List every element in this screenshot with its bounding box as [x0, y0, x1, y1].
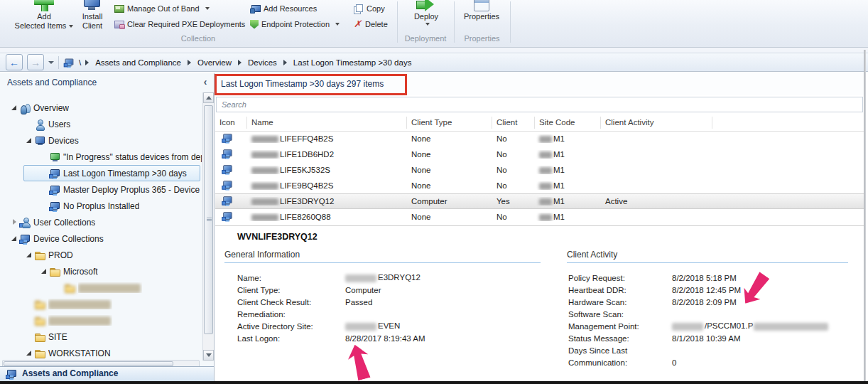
column-header-client[interactable]: Client	[492, 117, 535, 129]
sidebar-item-redacted[interactable]	[0, 279, 202, 296]
table-row-life8260q88[interactable]: LIFE8260Q88NoneNoM1	[215, 209, 864, 225]
clear-required-pxe-deployments-button[interactable]: Clear Required PXE Deployments	[114, 18, 245, 31]
redacted-text	[539, 151, 552, 159]
table-row-life5kj532s[interactable]: LIFE5KJ532SNoneNoM1	[215, 162, 864, 178]
sidebar-item-prod[interactable]: PROD	[0, 247, 202, 263]
detail-field-label: Client Type:	[237, 286, 345, 294]
detail-field-software-scan: Software Scan:	[568, 308, 848, 320]
window-right-edge	[864, 50, 866, 381]
row-icon-cell	[215, 132, 247, 145]
cubes-icon	[49, 174, 53, 178]
add-resources-button[interactable]: Add Resources	[250, 2, 317, 15]
search-input[interactable]: Search	[216, 97, 863, 112]
redacted-text	[539, 136, 552, 143]
expander-open-icon[interactable]	[10, 103, 19, 112]
sidebar-item-microsoft[interactable]: Microsoft	[0, 263, 202, 279]
table-row-lifeffq4b2s[interactable]: LIFEFFQ4B2SNoneNoM1	[215, 131, 864, 146]
collapse-pane-button[interactable]: ‹	[200, 73, 210, 92]
button-label: Selected Items	[15, 21, 74, 31]
sidebar-item-redacted[interactable]	[0, 312, 202, 329]
manage-out-of-band-button[interactable]: Manage Out of Band	[114, 2, 210, 15]
sidebar-item-master-deploy-proplus-365-device-base[interactable]: Master Deploy Proplus 365 - Device Base	[0, 181, 202, 198]
scroll-down-button[interactable]	[203, 350, 214, 361]
sidebar-item-last-logon-timestamp-30-days[interactable]: Last Logon Timestamp >30 days	[0, 165, 202, 181]
breadcrumb-root[interactable]: \	[79, 58, 81, 67]
row-client-type-cell: None	[407, 181, 492, 190]
breadcrumb-item-assets-and-compliance[interactable]: Assets and Compliance	[95, 58, 181, 67]
row-name-cell: LIFE8260Q88	[247, 213, 407, 221]
breadcrumb-item-last-logon-timestamp-30-days[interactable]: Last Logon Timestamp >30 days	[293, 58, 412, 67]
detail-field-client-type: Client Type:Computer	[237, 284, 541, 296]
device-name: LIFEFFQ4B2S	[280, 134, 333, 143]
row-icon-cell	[215, 210, 247, 223]
redacted-text	[251, 198, 278, 206]
scrollbar-thumb[interactable]	[204, 105, 213, 334]
shield-icon	[250, 20, 259, 29]
detail-field-communication: Communication:0	[568, 356, 848, 368]
tree-item-label: Device Collections	[33, 234, 104, 244]
column-header-client-type[interactable]: Client Type	[407, 117, 492, 129]
scroll-up-button[interactable]	[203, 92, 214, 103]
expander-open-icon[interactable]	[25, 348, 34, 358]
button-label: Clear Required PXE Deployments	[127, 20, 245, 28]
deploy-button[interactable]: Deploy	[400, 0, 452, 33]
sidebar-item-site[interactable]: SITE	[0, 329, 202, 345]
history-dropdown-icon[interactable]	[48, 61, 54, 64]
column-header-icon[interactable]: Icon	[215, 117, 247, 129]
folder-icon	[34, 331, 45, 343]
sidebar-item-redacted[interactable]	[0, 296, 202, 312]
row-client-cell: No	[492, 134, 535, 143]
workspace-button-assets-and-compliance[interactable]: Assets and Compliance	[0, 366, 214, 381]
sidebar-item-overview[interactable]: Overview	[0, 100, 202, 116]
breadcrumb-separator-icon	[85, 60, 89, 65]
scrollbar-thumb[interactable]	[4, 361, 173, 366]
expander-open-icon[interactable]	[25, 250, 34, 260]
delete-x-icon: ✗	[353, 19, 362, 29]
column-header-site-code[interactable]: Site Code	[535, 117, 601, 129]
expander-closed-icon[interactable]	[10, 218, 19, 227]
redacted-text	[539, 183, 552, 190]
add-selected-items-button[interactable]: Add Selected Items	[10, 0, 78, 33]
column-header-name[interactable]: Name	[247, 117, 407, 129]
copy-button[interactable]: Copy	[353, 2, 385, 15]
column-header-client-activity[interactable]: Client Activity	[601, 117, 712, 129]
collection-icon	[19, 233, 31, 245]
tree-item-label	[78, 282, 142, 292]
device-icon	[222, 195, 232, 206]
endpoint-protection-button[interactable]: Endpoint Protection	[250, 18, 340, 31]
back-button[interactable]: ←	[6, 54, 23, 70]
delete-button[interactable]: ✗ Delete	[353, 18, 388, 31]
device-icon	[222, 148, 232, 159]
sidebar-item-user-collections[interactable]: User Collections	[0, 214, 202, 230]
table-row-life1db6hd2[interactable]: LIFE1DB6HD2NoneNoM1	[215, 146, 864, 162]
forward-button[interactable]: →	[27, 54, 44, 70]
sidebar-item-users[interactable]: Users	[0, 116, 202, 132]
assets-and-compliance-icon	[6, 368, 17, 380]
sidebar-item-device-collections[interactable]: Device Collections	[0, 230, 202, 247]
breadcrumb-item-devices[interactable]: Devices	[248, 58, 277, 67]
detail-field-label: Status Message:	[568, 334, 672, 343]
table-row-life9bq4b2s[interactable]: LIFE9BQ4B2SNoneNoM1	[215, 178, 864, 193]
expander-open-icon[interactable]	[25, 136, 34, 145]
sidebar-item-in-progress-status-devices-from-deployi[interactable]: "In Progress" status devices from deploy…	[0, 149, 202, 165]
row-client-type-cell: None	[407, 213, 492, 221]
expander-open-icon[interactable]	[40, 267, 49, 276]
row-site-code-cell: M1	[535, 150, 601, 159]
breadcrumb-item-overview[interactable]: Overview	[197, 58, 232, 67]
redacted-text	[48, 316, 111, 326]
add-resources-icon	[250, 4, 261, 14]
expander-open-icon[interactable]	[10, 234, 19, 243]
row-name-cell: LIFE9BQ4B2S	[247, 181, 407, 190]
sidebar-item-no-proplus-installed[interactable]: No Proplus Installed	[0, 198, 202, 214]
table-row-life3dryq12[interactable]: LIFE3DRYQ12ComputerYesM1Active	[215, 193, 864, 209]
dropdown-caret-icon	[69, 25, 73, 28]
properties-button[interactable]: Properties	[456, 0, 507, 33]
install-client-button[interactable]: Install Client	[75, 0, 109, 33]
row-client-type-cell: None	[407, 166, 492, 174]
detail-field-label: Last Logon:	[237, 334, 345, 343]
section-heading: Client Activity	[567, 250, 848, 263]
sidebar-item-devices[interactable]: Devices	[0, 132, 202, 149]
sidebar-vertical-scrollbar[interactable]	[202, 92, 214, 361]
user-icon	[34, 119, 45, 130]
sidebar-item-workstation[interactable]: WORKSTATION	[0, 345, 202, 360]
